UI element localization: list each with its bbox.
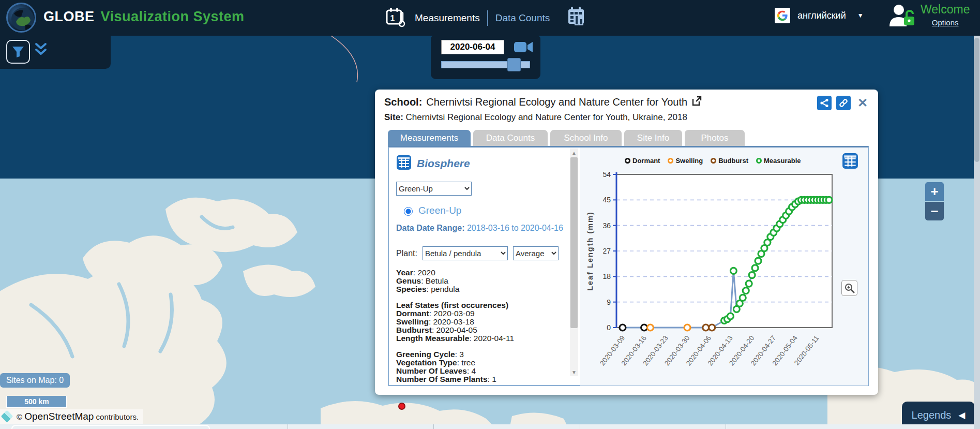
language-caret-icon[interactable]: ▼ <box>857 12 864 19</box>
external-link-icon[interactable] <box>691 96 702 109</box>
options-link[interactable]: Options <box>932 18 959 27</box>
svg-text:18: 18 <box>602 272 611 280</box>
info-row: Species: pendula <box>396 285 564 293</box>
svg-text:45: 45 <box>602 196 611 204</box>
scroll-down-icon[interactable]: ▼ <box>570 368 578 376</box>
map-zoom-in-button[interactable]: + <box>925 182 944 201</box>
data-point-measurable <box>730 268 736 274</box>
info-row: Length Measurable: 2020-04-11 <box>396 334 564 343</box>
tab-site-info[interactable]: Site Info <box>624 130 682 146</box>
sites-on-map-badge: Sites on Map: 0 <box>0 373 70 388</box>
map-scale-bar: 500 km <box>6 396 67 408</box>
measurement-settings-column: Biosphere Green-Up Green-Up Data Date Ra… <box>396 153 564 382</box>
attribution-contributors: contributors. <box>96 412 139 421</box>
data-date-range: Data Date Range: 2018-03-16 to 2020-04-1… <box>396 224 564 233</box>
map-site-marker[interactable] <box>398 403 405 410</box>
chart-zone: DormantSwellingBudburstMeasurable 091827… <box>580 147 868 386</box>
data-point-dormant <box>620 324 626 331</box>
site-value: Chernivtsi Regional Ecology and Nature C… <box>406 112 687 122</box>
date-input[interactable] <box>441 40 504 54</box>
aggregation-select[interactable]: Average <box>513 246 559 260</box>
biosphere-table-icon <box>396 155 412 172</box>
expand-filters-chevron-icon[interactable] <box>34 42 48 60</box>
user-unlock-icon[interactable] <box>887 3 915 31</box>
legend-dormant-ring-icon <box>625 158 630 164</box>
info-row: Number Of Same Plants: 1 <box>396 375 564 382</box>
site-label: Site: <box>384 112 403 122</box>
plant-label: Plant: <box>396 249 417 258</box>
school-label: School: <box>384 96 422 108</box>
info-row: Genus: Betula <box>396 277 564 285</box>
site-details-dialog: School: Chernivtsi Regional Ecology and … <box>375 90 878 395</box>
legends-collapse-icon: ◀ <box>958 410 965 421</box>
info-row: Vegetation Type: tree <box>396 359 564 367</box>
language-selector[interactable]: английский <box>797 10 846 21</box>
data-point-measurable <box>752 265 758 271</box>
dataset-select[interactable]: Green-Up <box>396 182 472 196</box>
scroll-up-icon[interactable]: ▲ <box>570 149 578 157</box>
site-heading: Site: Chernivtsi Regional Ecology and Na… <box>384 112 687 123</box>
greenup-radio-label: Green-Up <box>418 205 461 216</box>
filter-panel <box>0 36 111 69</box>
chart-legend: DormantSwellingBudburstMeasurable <box>625 157 801 165</box>
info-row: Year: 2020 <box>396 269 564 277</box>
info-heading: Leaf States (first occurences) <box>396 301 564 309</box>
legend-item-measurable: Measurable <box>756 157 801 165</box>
app-header: GLOBEVisualization System 1 Measurements… <box>0 0 980 36</box>
date-control-panel <box>431 36 540 79</box>
google-translate-icon <box>775 8 790 23</box>
nav-measurements[interactable]: Measurements <box>415 12 480 24</box>
school-name: Chernivtsi Regional Ecology and Nature C… <box>426 96 687 108</box>
greenup-radio[interactable] <box>404 207 413 216</box>
close-dialog-button[interactable]: ✕ <box>857 97 868 109</box>
range-label: Data Date Range: <box>396 224 464 232</box>
animation-camera-icon[interactable] <box>514 40 533 56</box>
svg-text:54: 54 <box>602 170 611 179</box>
globe-visualization-app: Sites on Map: 0 500 km © OpenStreetMap c… <box>0 0 980 429</box>
svg-text:1: 1 <box>390 14 395 23</box>
data-point-measurable <box>740 294 746 301</box>
svg-text:0: 0 <box>607 323 611 332</box>
page-scrollbar[interactable] <box>974 36 980 429</box>
tab-measurements[interactable]: Measurements <box>388 130 471 146</box>
plant-info-block: Year: 2020Genus: BetulaSpecies: pendulaL… <box>396 269 564 382</box>
info-row: Greening Cycle: 3 <box>396 350 564 359</box>
share-button[interactable] <box>817 96 832 110</box>
data-point-swelling <box>647 324 654 331</box>
tab-school-info[interactable]: School Info <box>550 130 622 146</box>
measurements-panel: Biosphere Green-Up Green-Up Data Date Ra… <box>388 146 869 386</box>
bottom-panel-edge-box <box>11 425 210 429</box>
brand-suffix: Visualization System <box>101 9 245 24</box>
plant-select[interactable]: Betula / pendula <box>423 246 508 260</box>
legend-item-budburst: Budburst <box>711 157 748 165</box>
globe-logo[interactable] <box>6 3 36 33</box>
info-row: Number Of Leaves: 4 <box>396 367 564 375</box>
sphere-title: Biosphere <box>417 157 470 170</box>
leaf-length-chart: 0918273645542020-03-092020-03-162020-03-… <box>580 147 868 386</box>
data-point-measurable <box>749 272 755 278</box>
permalink-button[interactable] <box>836 96 851 110</box>
map-attribution: © OpenStreetMap contributors. <box>0 409 143 424</box>
info-row: Swelling: 2020-03-18 <box>396 318 564 326</box>
filter-button[interactable] <box>6 40 30 64</box>
tab-photos[interactable]: Photos <box>685 130 745 146</box>
legend-budburst-ring-icon <box>711 158 716 164</box>
tab-data-counts[interactable]: Data Counts <box>473 130 548 146</box>
date-slider-handle[interactable] <box>507 58 521 71</box>
data-point-measurable <box>727 313 733 319</box>
brand-globe: GLOBE <box>43 9 95 24</box>
svg-text:36: 36 <box>602 221 611 230</box>
app-title: GLOBEVisualization System <box>43 9 245 25</box>
nav-data-counts[interactable]: Data Counts <box>495 12 550 24</box>
attribution-osm-link[interactable]: OpenStreetMap <box>24 411 94 422</box>
legend-item-dormant: Dormant <box>625 157 660 165</box>
settings-scrollbar[interactable]: ▲ ▼ <box>570 149 578 376</box>
data-point-budburst <box>703 324 709 331</box>
chart-table-icon[interactable] <box>842 153 858 171</box>
info-row: Dormant: 2020-03-09 <box>396 309 564 318</box>
range-value: 2018-03-16 to 2020-04-16 <box>467 224 563 232</box>
chart-zoom-button[interactable] <box>841 280 857 296</box>
data-point-budburst <box>709 324 715 331</box>
scrollbar-thumb[interactable] <box>570 157 578 328</box>
map-zoom-out-button[interactable]: − <box>925 202 944 220</box>
